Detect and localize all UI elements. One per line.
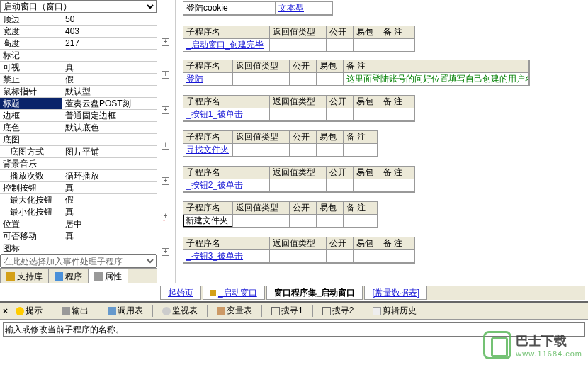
cell[interactable] — [327, 108, 354, 121]
property-value[interactable]: 50 — [62, 13, 157, 25]
property-row[interactable]: 宽度403 — [0, 26, 157, 38]
cell[interactable] — [290, 215, 317, 228]
property-row[interactable]: 底图 — [0, 134, 157, 146]
cell[interactable] — [354, 39, 380, 52]
cell[interactable]: 这里面登陆账号的问好位置填写自己创建的用户名 — [344, 73, 529, 86]
property-value[interactable]: 普通固定边框 — [62, 110, 157, 121]
property-row[interactable]: 边框普通固定边框 — [0, 110, 157, 122]
cell[interactable] — [270, 179, 327, 192]
property-row[interactable]: 可否移动真 — [0, 230, 157, 242]
property-row[interactable]: 图标 — [0, 242, 157, 254]
cell[interactable] — [317, 215, 344, 228]
expand-icon[interactable]: + — [162, 248, 169, 256]
subroutine-name[interactable] — [183, 215, 233, 228]
cell[interactable] — [233, 73, 290, 86]
cell[interactable] — [290, 144, 317, 157]
cell[interactable] — [233, 215, 290, 228]
tab-program[interactable]: 程序 — [48, 269, 89, 283]
cell[interactable] — [354, 179, 380, 192]
cell[interactable] — [317, 144, 344, 157]
property-value[interactable] — [62, 158, 157, 169]
property-value[interactable] — [62, 134, 157, 145]
subroutine-name[interactable]: 登陆 — [183, 73, 233, 86]
expand-icon[interactable]: + — [162, 177, 169, 185]
tab-properties[interactable]: 属性 — [88, 269, 128, 283]
cell[interactable] — [354, 108, 380, 121]
property-row[interactable]: 最小化按钮真 — [0, 206, 157, 218]
watch-button[interactable]: 监视表 — [157, 303, 203, 318]
cell[interactable] — [270, 108, 327, 121]
property-value[interactable]: 真 — [62, 62, 157, 73]
property-value[interactable]: 假 — [62, 194, 157, 206]
cell[interactable] — [327, 250, 354, 263]
property-row[interactable]: 背景音乐 — [0, 158, 157, 170]
property-row[interactable]: 高度217 — [0, 38, 157, 50]
tab-const-table[interactable]: [常量数据表] — [364, 286, 427, 300]
cell[interactable] — [270, 250, 327, 263]
cell[interactable] — [270, 39, 327, 52]
cell[interactable] — [354, 250, 380, 263]
property-row[interactable]: 顶边50 — [0, 13, 157, 26]
subroutine-name[interactable]: _启动窗口_创建完毕 — [183, 39, 270, 52]
expand-icon[interactable]: + — [162, 71, 169, 79]
property-row[interactable]: 禁止假 — [0, 74, 157, 86]
property-row[interactable]: 标记 — [0, 50, 157, 62]
property-value[interactable]: 真 — [62, 230, 157, 242]
property-row[interactable]: 标题蓝奏云盘POST刻 — [0, 98, 157, 110]
expand-icon[interactable]: + — [162, 106, 169, 114]
property-value[interactable]: 默认型 — [62, 86, 157, 97]
property-value[interactable]: 蓝奏云盘POST刻 — [62, 98, 157, 109]
close-icon[interactable]: × — [3, 306, 8, 316]
property-value[interactable]: 403 — [62, 26, 157, 37]
cell[interactable] — [344, 144, 378, 157]
cell[interactable] — [380, 250, 414, 263]
property-row[interactable]: 底图方式图片平铺 — [0, 146, 157, 158]
tab-start-page[interactable]: 起始页 — [160, 286, 201, 300]
tab-window-procset[interactable]: 窗口程序集_启动窗口 — [266, 286, 363, 300]
cell[interactable] — [380, 108, 414, 121]
property-value[interactable]: 图片平铺 — [62, 146, 157, 157]
property-row[interactable]: 可视真 — [0, 62, 157, 74]
event-selector[interactable]: 在此处选择加入事件处理子程序 — [0, 254, 157, 268]
property-value[interactable]: 假 — [62, 74, 157, 85]
tab-support-lib[interactable]: 支持库 — [0, 269, 49, 283]
cell[interactable] — [327, 39, 354, 52]
vartable-button[interactable]: 变量表 — [212, 303, 257, 318]
cell[interactable] — [290, 73, 317, 86]
tip-button[interactable]: 提示 — [11, 303, 47, 318]
cell[interactable] — [380, 179, 414, 192]
search2-button[interactable]: 搜寻2 — [317, 303, 359, 318]
cell[interactable] — [380, 39, 414, 52]
calltable-button[interactable]: 调用表 — [103, 303, 148, 318]
expand-icon[interactable]: + — [162, 213, 169, 220]
property-value[interactable]: 217 — [62, 38, 157, 49]
search1-button[interactable]: 搜寻1 — [266, 303, 308, 318]
cell[interactable] — [317, 73, 344, 86]
object-selector[interactable]: 启动窗口（窗口） — [0, 0, 157, 13]
property-row[interactable]: 最大化按钮假 — [0, 194, 157, 206]
property-row[interactable]: 播放次数循环播放 — [0, 170, 157, 182]
cell[interactable] — [327, 179, 354, 192]
tab-startup-window[interactable]: _启动窗口 — [203, 286, 265, 300]
property-value[interactable]: 居中 — [62, 218, 157, 230]
subroutine-name[interactable]: _按钮1_被单击 — [183, 108, 270, 121]
var-name[interactable]: 登陆cookie — [183, 2, 276, 15]
property-row[interactable]: 底色默认底色 — [0, 122, 157, 134]
subroutine-name[interactable]: _按钮2_被单击 — [183, 179, 270, 192]
expand-icon[interactable]: + — [162, 38, 169, 46]
expand-icon[interactable]: + — [162, 142, 169, 150]
subroutine-name[interactable]: 寻找文件夹 — [183, 144, 233, 157]
property-value[interactable] — [62, 242, 157, 254]
cell[interactable] — [344, 215, 378, 228]
output-button[interactable]: 输出 — [57, 303, 94, 318]
cell[interactable] — [233, 144, 290, 157]
subroutine-name[interactable]: _按钮3_被单击 — [183, 250, 270, 263]
cliphistory-button[interactable]: 剪辑历史 — [368, 303, 422, 318]
property-value[interactable]: 默认底色 — [62, 122, 157, 133]
property-value[interactable] — [62, 50, 157, 61]
property-row[interactable]: 位置居中 — [0, 218, 157, 230]
property-value[interactable]: 真 — [62, 182, 157, 193]
property-row[interactable]: 鼠标指针默认型 — [0, 86, 157, 98]
var-type[interactable]: 文本型 — [276, 2, 332, 15]
property-value[interactable]: 真 — [62, 206, 157, 218]
